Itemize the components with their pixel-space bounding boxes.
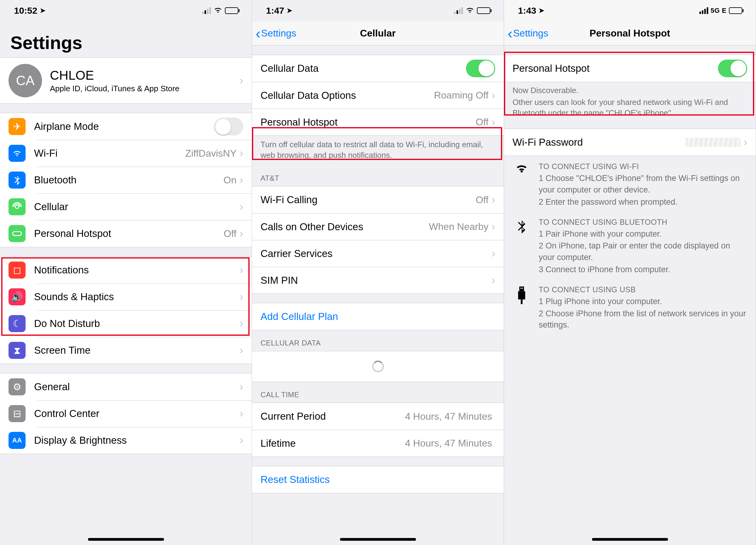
row-label: Add Cellular Plan	[261, 311, 495, 322]
wifi-value: ZiffDavisNY	[185, 148, 236, 159]
row-label: Carrier Services	[261, 248, 492, 260]
chevron-right-icon: ›	[240, 264, 243, 276]
cellular-data-row[interactable]: Cellular Data	[252, 55, 504, 82]
bluetooth-icon	[9, 172, 26, 189]
sounds-row[interactable]: 🔊 Sounds & Haptics ›	[0, 283, 252, 310]
settings-root-pane: 10:52 ➤ Settings CA CHLOE Apple ID, iClo…	[0, 0, 252, 545]
chevron-right-icon: ›	[240, 147, 243, 160]
screen-time-row[interactable]: ⧗ Screen Time ›	[0, 337, 252, 364]
group-footer: Turn off cellular data to restrict all d…	[252, 136, 504, 166]
chevron-right-icon: ›	[492, 116, 495, 129]
row-value: When Nearby	[429, 221, 488, 232]
carrier-services-row[interactable]: Carrier Services ›	[252, 240, 504, 267]
chevron-right-icon: ›	[492, 89, 495, 102]
general-row[interactable]: ⚙︎ General ›	[0, 373, 252, 400]
clock: 10:52	[14, 5, 37, 16]
sim-pin-row[interactable]: SIM PIN ›	[252, 267, 504, 293]
hotspot-switch[interactable]	[718, 60, 747, 77]
instr-line: 1 Pair iPhone with your computer.	[539, 229, 747, 240]
personal-hotspot-row[interactable]: Personal Hotspot Off ›	[0, 220, 252, 247]
row-label: Wi-Fi Calling	[261, 194, 476, 206]
row-label: SIM PIN	[261, 274, 492, 286]
wifi-row[interactable]: Wi-Fi ZiffDavisNY ›	[0, 140, 252, 167]
row-label: Do Not Disturb	[34, 318, 240, 329]
apple-id-row[interactable]: CA CHLOE Apple ID, iCloud, iTunes & App …	[0, 58, 252, 103]
clock: 1:47	[266, 5, 284, 16]
svg-rect-1	[520, 288, 521, 289]
row-value: Roaming Off	[434, 90, 488, 101]
dnd-row[interactable]: ☾ Do Not Disturb ›	[0, 310, 252, 337]
notifications-row[interactable]: ◻︎ Notifications ›	[0, 257, 252, 283]
row-label: Calls on Other Devices	[261, 221, 429, 233]
lifetime-row[interactable]: Lifetime 4 Hours, 47 Minutes	[252, 430, 504, 456]
sounds-icon: 🔊	[9, 288, 26, 305]
reset-statistics-row[interactable]: Reset Statistics	[252, 466, 504, 493]
row-label: Wi-Fi Password	[513, 137, 686, 148]
hotspot-icon	[9, 225, 26, 242]
personal-hotspot-pane: 1:43 ➤ 5G E ‹ Settings Personal Hotspot …	[504, 0, 756, 545]
hotspot-value: Off	[224, 228, 236, 239]
personal-hotspot-toggle-row[interactable]: Personal Hotspot	[504, 55, 756, 82]
cell-signal-icon	[202, 7, 211, 14]
nav-bar: ‹ Settings Personal Hotspot	[504, 21, 756, 46]
chevron-right-icon: ›	[240, 344, 243, 357]
usb-instructions: TO CONNECT USING USB 1 Plug iPhone into …	[504, 279, 756, 334]
cell-signal-icon	[699, 7, 708, 14]
chevron-right-icon: ›	[240, 290, 243, 303]
back-label: Settings	[513, 28, 548, 39]
sliders-icon: ⊟	[9, 405, 26, 422]
row-label: Screen Time	[34, 344, 240, 356]
cell-signal-icon	[454, 7, 463, 14]
home-indicator[interactable]	[88, 538, 164, 541]
hotspot-label: Personal Hotspot	[34, 228, 224, 239]
row-value: 4 Hours, 47 Minutes	[405, 438, 492, 449]
wifi-password-row[interactable]: Wi-Fi Password ›	[504, 129, 756, 156]
cellular-icon	[9, 198, 26, 215]
chevron-right-icon: ›	[240, 380, 243, 393]
display-row[interactable]: AA Display & Brightness ›	[0, 427, 252, 454]
back-button[interactable]: ‹ Settings	[256, 26, 296, 41]
wifi-instructions: TO CONNECT USING WI-FI 1 Choose "CHLOE's…	[504, 156, 756, 211]
display-icon: AA	[9, 432, 26, 449]
home-indicator[interactable]	[340, 538, 416, 541]
chevron-left-icon: ‹	[256, 26, 261, 41]
home-indicator[interactable]	[592, 538, 668, 541]
add-cellular-plan-row[interactable]: Add Cellular Plan	[252, 303, 504, 330]
instr-line: 2 Enter the password when prompted.	[539, 197, 747, 208]
bluetooth-value: On	[223, 175, 236, 186]
nav-title: Personal Hotspot	[590, 28, 670, 39]
airplane-label: Airplane Mode	[34, 121, 214, 132]
cellular-data-header: CELLULAR DATA	[252, 330, 504, 351]
chevron-right-icon: ›	[240, 74, 243, 87]
row-label: General	[34, 381, 240, 393]
row-label: Personal Hotspot	[513, 63, 718, 74]
bluetooth-icon	[513, 218, 531, 276]
cellular-group1: Cellular Data Cellular Data Options Roam…	[252, 55, 504, 136]
gear-icon: ⚙︎	[9, 378, 26, 395]
cellular-data-switch[interactable]	[466, 60, 495, 77]
airplane-switch[interactable]	[214, 118, 243, 135]
wifi-icon	[9, 145, 26, 162]
chevron-right-icon: ›	[240, 407, 243, 420]
cellular-data-options-row[interactable]: Cellular Data Options Roaming Off ›	[252, 82, 504, 109]
bluetooth-row[interactable]: Bluetooth On ›	[0, 167, 252, 194]
cellular-row[interactable]: Cellular ›	[0, 194, 252, 220]
wifi-calling-row[interactable]: Wi-Fi Calling Off ›	[252, 187, 504, 213]
row-value: Off	[476, 117, 488, 128]
personal-hotspot-row[interactable]: Personal Hotspot Off ›	[252, 109, 504, 135]
control-center-row[interactable]: ⊟ Control Center ›	[0, 400, 252, 427]
connectivity-group: ✈︎ Airplane Mode Wi-Fi ZiffDavisNY › Blu…	[0, 113, 252, 247]
cellular-pane: 1:47 ➤ ‹ Settings Cellular Cellular Data…	[252, 0, 504, 545]
calls-other-devices-row[interactable]: Calls on Other Devices When Nearby ›	[252, 213, 504, 240]
back-button[interactable]: ‹ Settings	[508, 26, 548, 41]
airplane-mode-row[interactable]: ✈︎ Airplane Mode	[0, 113, 252, 140]
clock: 1:43	[518, 5, 536, 16]
current-period-row[interactable]: Current Period 4 Hours, 47 Minutes	[252, 403, 504, 430]
instr-line: 1 Plug iPhone into your computer.	[539, 296, 747, 307]
row-label: Notifications	[34, 264, 240, 276]
instr-line: 2 On iPhone, tap Pair or enter the code …	[539, 240, 747, 264]
loading-row	[252, 351, 504, 382]
discoverable-status: Now Discoverable.	[504, 82, 756, 97]
row-label: Sounds & Haptics	[34, 291, 240, 302]
avatar: CA	[9, 64, 42, 97]
